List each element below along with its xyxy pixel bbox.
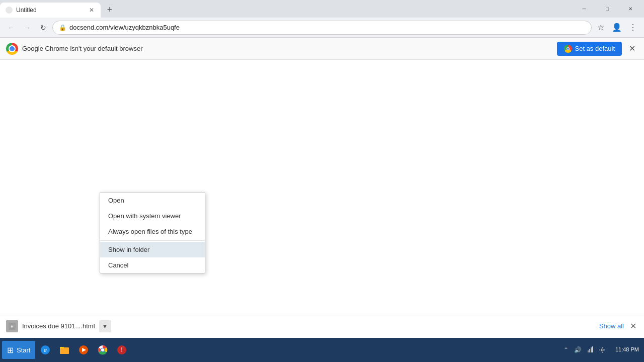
chrome-logo <box>6 43 18 55</box>
address-bar[interactable]: 🔒 docsend.com/view/uzyqkbznbka5uqfe <box>52 21 592 35</box>
tab-title: Untitled <box>16 7 85 14</box>
main-content: Open Open with system viewer Always open… <box>0 60 644 338</box>
lock-icon: 🔒 <box>59 24 66 31</box>
tab-strip: Untitled ✕ + <box>0 0 573 18</box>
context-menu-always-open[interactable]: Always open files of this type <box>100 224 205 239</box>
nav-bar: ← → ↻ 🔒 docsend.com/view/uzyqkbznbka5uqf… <box>0 18 644 38</box>
svg-rect-17 <box>592 346 593 352</box>
notification-bar: Google Chrome isn't your default browser… <box>0 38 644 60</box>
svg-text:H: H <box>11 325 13 328</box>
svg-text:e: e <box>44 347 47 353</box>
tab-close-button[interactable]: ✕ <box>88 6 96 14</box>
btn-chrome-logo <box>564 45 572 53</box>
taskbar: ⊞ Start e ! <box>0 338 644 362</box>
show-all-button[interactable]: Show all <box>599 322 624 330</box>
taskbar-media-player-icon[interactable] <box>74 341 93 359</box>
system-tray: ⌃ 🔊 <box>557 345 611 355</box>
tray-volume-icon[interactable]: 🔊 <box>573 345 583 355</box>
forward-button[interactable]: → <box>20 21 34 35</box>
svg-rect-14 <box>588 350 589 352</box>
svg-rect-16 <box>591 347 592 352</box>
title-bar: Untitled ✕ + ─ □ ✕ <box>0 0 644 18</box>
download-bar: H Invoices due 9101....html ▼ Show all ✕ <box>0 314 644 338</box>
start-icon: ⊞ <box>7 345 14 355</box>
context-menu-cancel[interactable]: Cancel <box>100 257 205 273</box>
btn-chrome-center <box>567 47 570 50</box>
svg-point-0 <box>6 7 13 14</box>
taskbar-folder-icon[interactable] <box>55 341 73 359</box>
svg-rect-15 <box>589 349 590 352</box>
context-menu-separator-1 <box>100 240 205 241</box>
active-tab[interactable]: Untitled ✕ <box>0 3 101 18</box>
url-text: docsend.com/view/uzyqkbznbka5uqfe <box>69 24 585 31</box>
download-filename: Invoices due 9101....html <box>22 322 95 330</box>
context-menu-open[interactable]: Open <box>100 193 205 208</box>
download-dropdown-button[interactable]: ▼ <box>99 320 111 332</box>
close-button[interactable]: ✕ <box>619 0 642 18</box>
new-tab-button[interactable]: + <box>103 3 117 17</box>
taskbar-chrome-icon[interactable] <box>94 341 112 359</box>
set-default-button[interactable]: Set as default <box>557 42 622 56</box>
tab-favicon <box>5 6 13 14</box>
system-clock[interactable]: 11:48 PM <box>612 345 642 354</box>
profile-button[interactable]: 👤 <box>610 21 624 35</box>
start-button[interactable]: ⊞ Start <box>2 341 35 359</box>
reload-button[interactable]: ↻ <box>36 21 50 35</box>
svg-point-11 <box>101 348 104 351</box>
tray-chevron-icon[interactable]: ⌃ <box>561 345 571 355</box>
svg-point-18 <box>601 349 603 351</box>
download-file-icon: H <box>6 320 18 332</box>
taskbar-security-icon[interactable]: ! <box>113 341 131 359</box>
taskbar-ie-icon[interactable]: e <box>36 341 54 359</box>
notification-message: Google Chrome isn't your default browser <box>22 45 553 52</box>
window-controls: ─ □ ✕ <box>573 0 644 18</box>
context-menu-show-in-folder[interactable]: Show in folder <box>100 242 205 257</box>
nav-actions: ☆ 👤 ⋮ <box>594 21 640 35</box>
back-button[interactable]: ← <box>4 21 18 35</box>
context-menu: Open Open with system viewer Always open… <box>100 192 205 274</box>
set-default-label: Set as default <box>575 45 615 52</box>
minimize-button[interactable]: ─ <box>573 0 596 18</box>
svg-text:!: ! <box>121 346 123 353</box>
start-label: Start <box>17 346 30 354</box>
download-bar-close-button[interactable]: ✕ <box>628 321 638 331</box>
tray-network-icon[interactable] <box>585 345 595 355</box>
menu-button[interactable]: ⋮ <box>626 21 640 35</box>
bookmark-button[interactable]: ☆ <box>594 21 608 35</box>
svg-rect-6 <box>60 347 64 348</box>
tray-settings-icon[interactable] <box>597 345 607 355</box>
context-menu-open-system-viewer[interactable]: Open with system viewer <box>100 208 205 224</box>
maximize-button[interactable]: □ <box>596 0 619 18</box>
notification-close-button[interactable]: ✕ <box>626 43 638 55</box>
